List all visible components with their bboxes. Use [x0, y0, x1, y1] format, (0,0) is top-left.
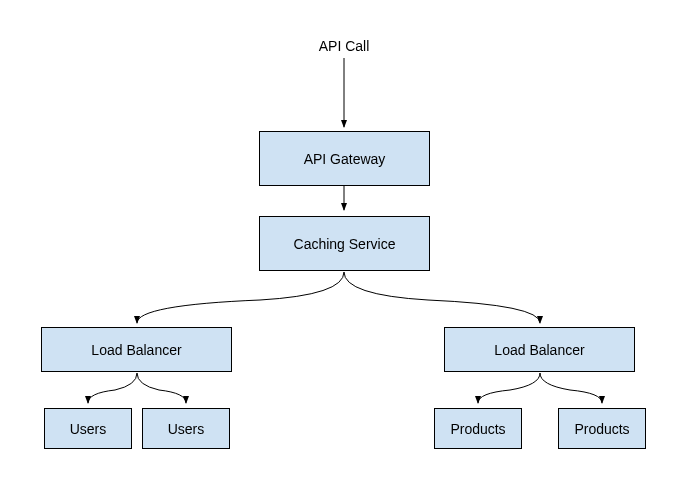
architecture-diagram: API Call API Gateway Caching Service Loa… [0, 0, 689, 500]
products-right-box: Products [558, 408, 646, 449]
load-balancer-left-box: Load Balancer [41, 327, 232, 372]
users-left-box: Users [44, 408, 132, 449]
api-gateway-box: API Gateway [259, 131, 430, 186]
load-balancer-right-label: Load Balancer [494, 342, 584, 358]
caching-service-label: Caching Service [294, 236, 396, 252]
api-gateway-label: API Gateway [304, 151, 386, 167]
api-call-label: API Call [314, 38, 374, 54]
users-right-label: Users [168, 421, 205, 437]
products-left-box: Products [434, 408, 522, 449]
caching-service-box: Caching Service [259, 216, 430, 271]
users-left-label: Users [70, 421, 107, 437]
load-balancer-left-label: Load Balancer [91, 342, 181, 358]
products-right-label: Products [574, 421, 629, 437]
load-balancer-right-box: Load Balancer [444, 327, 635, 372]
products-left-label: Products [450, 421, 505, 437]
users-right-box: Users [142, 408, 230, 449]
